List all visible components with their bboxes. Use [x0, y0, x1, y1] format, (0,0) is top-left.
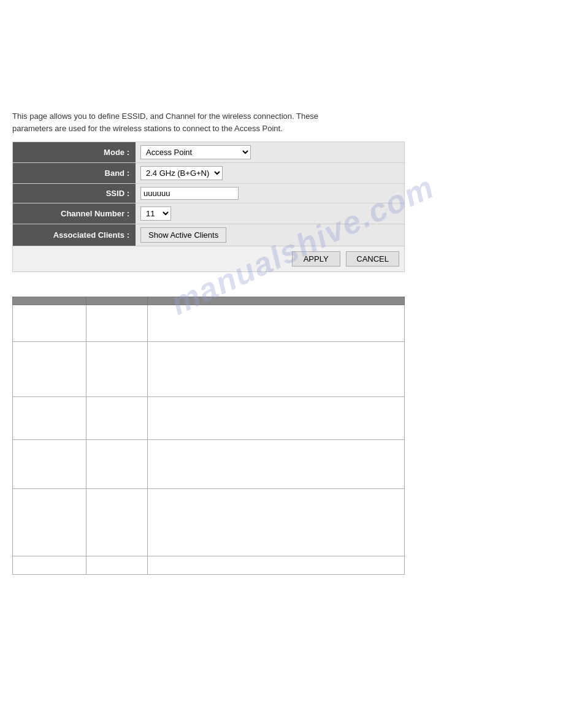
ssid-label: SSID : — [13, 184, 136, 203]
show-clients-button[interactable]: Show Active Clients — [140, 227, 226, 243]
description-line2: parameters are used for the wireless sta… — [12, 124, 283, 133]
action-row: APPLY CANCEL — [13, 246, 404, 271]
mode-select[interactable]: Access Point Client WDS AP+WDS — [140, 145, 251, 159]
channel-value-cell: 1 2 3 4 5 6 7 8 9 10 11 12 13 — [136, 203, 404, 224]
mode-row: Mode : Access Point Client WDS AP+WDS — [13, 142, 404, 163]
table-cell — [13, 342, 86, 397]
table-header-row — [13, 297, 405, 305]
col-header-2 — [86, 297, 148, 305]
ssid-row: SSID : — [13, 184, 404, 203]
table-cell — [86, 342, 148, 397]
table-cell — [13, 305, 86, 342]
cancel-button[interactable]: CANCEL — [346, 251, 399, 267]
table-row — [13, 342, 405, 397]
clients-row: Associated Clients : Show Active Clients — [13, 224, 404, 246]
table-row — [13, 305, 405, 342]
description-line1: This page allows you to define ESSID, an… — [12, 112, 318, 121]
ssid-input[interactable] — [140, 187, 239, 200]
clients-value-cell: Show Active Clients — [136, 224, 404, 246]
ssid-value-cell — [136, 184, 404, 203]
band-row: Band : 2.4 GHz (B+G+N) 2.4 GHz (B) 2.4 G… — [13, 163, 404, 184]
table-cell — [13, 440, 86, 489]
mode-value-cell: Access Point Client WDS AP+WDS — [136, 142, 404, 163]
table-cell — [148, 342, 405, 397]
bottom-table — [12, 297, 405, 575]
table-cell — [86, 489, 148, 556]
table-cell — [148, 305, 405, 342]
band-select[interactable]: 2.4 GHz (B+G+N) 2.4 GHz (B) 2.4 GHz (G) … — [140, 166, 223, 180]
channel-select[interactable]: 1 2 3 4 5 6 7 8 9 10 11 12 13 — [140, 207, 171, 221]
channel-row: Channel Number : 1 2 3 4 5 6 7 8 9 10 11 — [13, 203, 404, 224]
table-cell — [148, 397, 405, 440]
table-cell — [86, 556, 148, 575]
table-cell — [148, 440, 405, 489]
table-cell — [13, 489, 86, 556]
table-row — [13, 489, 405, 556]
mode-label: Mode : — [13, 142, 136, 163]
table-cell — [13, 556, 86, 575]
wireless-form-container: Mode : Access Point Client WDS AP+WDS Ba… — [12, 142, 405, 272]
clients-label: Associated Clients : — [13, 224, 136, 246]
table-cell — [13, 397, 86, 440]
table-cell — [86, 305, 148, 342]
channel-label: Channel Number : — [13, 203, 136, 224]
form-table: Mode : Access Point Client WDS AP+WDS Ba… — [13, 142, 404, 246]
table-cell — [148, 489, 405, 556]
apply-button[interactable]: APPLY — [292, 251, 340, 267]
table-cell — [86, 397, 148, 440]
table-cell — [148, 556, 405, 575]
table-row — [13, 397, 405, 440]
band-label: Band : — [13, 163, 136, 184]
col-header-3 — [148, 297, 405, 305]
bottom-table-wrapper — [12, 297, 405, 575]
band-value-cell: 2.4 GHz (B+G+N) 2.4 GHz (B) 2.4 GHz (G) … — [136, 163, 404, 184]
table-cell — [86, 440, 148, 489]
description-text: This page allows you to define ESSID, an… — [12, 110, 393, 134]
table-row — [13, 440, 405, 489]
col-header-1 — [13, 297, 86, 305]
table-row-last — [13, 556, 405, 575]
